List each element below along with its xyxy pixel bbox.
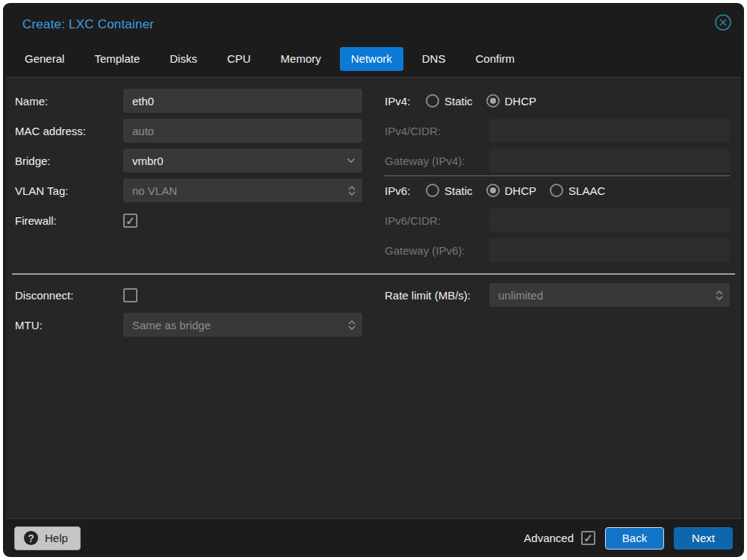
radio-unselected-icon [426, 94, 439, 108]
wizard-tabs: General Template Disks CPU Memory Networ… [13, 47, 533, 71]
disconnect-row: Disconnect: [15, 283, 362, 307]
radio-selected-icon [486, 94, 500, 108]
advanced-checkbox[interactable]: ✓ [581, 531, 595, 545]
mtu-label: MTU: [15, 319, 123, 332]
left-column: Name: eth0 MAC address: auto Bridge: vmb… [15, 89, 362, 238]
ipv6-cidr-row: IPv6/CIDR: [385, 208, 730, 232]
ipv4-static-label: Static [444, 95, 473, 108]
mac-placeholder: auto [132, 125, 154, 137]
rate-limit-label: Rate limit (MB/s): [385, 289, 489, 302]
name-label: Name: [15, 95, 123, 108]
tab-network[interactable]: Network [340, 47, 403, 71]
right-column: IPv4: Static DHCP IPv4/CIDR: Gatewa [385, 89, 730, 268]
tab-dns[interactable]: DNS [411, 47, 457, 71]
gateway-ipv4-input [489, 149, 730, 172]
dialog-footer: ? Help Advanced ✓ Back Next [3, 519, 744, 557]
gateway-ipv4-row: Gateway (IPv4): [385, 149, 730, 172]
ipv4-static-option[interactable]: Static [426, 94, 473, 108]
gateway-ipv6-row: Gateway (IPv6): [385, 238, 730, 262]
disconnect-label: Disconnect: [15, 289, 123, 302]
rate-limit-spinner-input[interactable]: unlimited [489, 283, 730, 307]
ipv6-dhcp-label: DHCP [505, 184, 537, 197]
tab-memory[interactable]: Memory [270, 47, 332, 71]
next-button[interactable]: Next [674, 527, 733, 550]
spinner-up-down-icon[interactable] [348, 313, 356, 337]
firewall-label: Firewall: [15, 214, 123, 227]
gateway-ipv4-label: Gateway (IPv4): [385, 155, 489, 167]
ipv6-cidr-input [489, 208, 730, 232]
mac-row: MAC address: auto [15, 119, 362, 143]
ipv6-dhcp-option[interactable]: DHCP [486, 184, 537, 197]
back-button[interactable]: Back [605, 527, 664, 550]
ipv4-ipv6-separator [385, 175, 730, 176]
ipv4-dhcp-label: DHCP [505, 95, 537, 108]
create-lxc-container-dialog: Create: LXC Container General Template D… [3, 3, 744, 557]
tab-general[interactable]: General [13, 47, 75, 71]
ipv4-mode-row: IPv4: Static DHCP [385, 89, 730, 113]
close-icon [714, 13, 732, 31]
vlan-placeholder: no VLAN [132, 184, 177, 197]
tab-disks[interactable]: Disks [158, 47, 208, 71]
question-mark-icon: ? [24, 531, 38, 545]
tab-cpu[interactable]: CPU [216, 47, 262, 71]
firewall-checkbox[interactable]: ✓ [123, 214, 137, 228]
ipv4-cidr-input [489, 119, 730, 143]
advanced-right-column: Rate limit (MB/s): unlimited [385, 283, 730, 313]
help-button-label: Help [45, 532, 68, 544]
spinner-up-down-icon[interactable] [348, 178, 356, 202]
network-form-panel: Name: eth0 MAC address: auto Bridge: vmb… [6, 77, 741, 519]
mac-label: MAC address: [15, 125, 123, 137]
help-button[interactable]: ? Help [14, 526, 81, 550]
ipv6-mode-row: IPv6: Static DHCP SLAAC [385, 178, 730, 202]
radio-unselected-icon [550, 184, 563, 197]
disconnect-checkbox[interactable] [123, 288, 137, 302]
radio-selected-icon [486, 184, 500, 197]
ipv6-slaac-label: SLAAC [568, 184, 605, 197]
tab-template[interactable]: Template [83, 47, 151, 71]
dialog-title: Create: LXC Container [22, 17, 154, 32]
close-button[interactable] [714, 13, 732, 31]
radio-unselected-icon [426, 184, 439, 197]
rate-limit-placeholder: unlimited [498, 289, 543, 302]
mac-input[interactable]: auto [123, 119, 362, 143]
gateway-ipv6-input [489, 238, 730, 262]
mtu-spinner-input[interactable]: Same as bridge [123, 313, 362, 337]
mtu-row: MTU: Same as bridge [15, 313, 362, 337]
vlan-row: VLAN Tag: no VLAN [15, 178, 362, 202]
ipv6-label: IPv6: [385, 184, 426, 197]
vlan-spinner-input[interactable]: no VLAN [123, 178, 362, 202]
tab-confirm[interactable]: Confirm [464, 47, 526, 71]
vlan-label: VLAN Tag: [15, 184, 123, 197]
name-row: Name: eth0 [15, 89, 362, 113]
rate-limit-row: Rate limit (MB/s): unlimited [385, 283, 730, 307]
advanced-section-separator [12, 273, 735, 275]
advanced-label: Advanced [524, 532, 574, 544]
spinner-up-down-icon[interactable] [716, 283, 723, 307]
ipv6-static-label: Static [444, 184, 473, 197]
ipv4-label: IPv4: [385, 95, 426, 108]
mtu-placeholder: Same as bridge [132, 319, 211, 332]
bridge-combobox[interactable]: vmbr0 [123, 149, 362, 172]
ipv4-cidr-row: IPv4/CIDR: [385, 119, 730, 143]
ipv6-radio-group: Static DHCP SLAAC [426, 184, 605, 197]
footer-actions: Advanced ✓ Back Next [524, 527, 733, 550]
firewall-row: Firewall: ✓ [15, 208, 362, 232]
bridge-row: Bridge: vmbr0 [15, 149, 362, 172]
bridge-label: Bridge: [15, 155, 123, 167]
advanced-left-column: Disconnect: MTU: Same as bridge [15, 283, 362, 343]
ipv4-dhcp-option[interactable]: DHCP [486, 94, 537, 108]
name-input[interactable]: eth0 [123, 89, 362, 113]
gateway-ipv6-label: Gateway (IPv6): [385, 244, 489, 257]
ipv4-radio-group: Static DHCP [426, 94, 536, 108]
ipv6-static-option[interactable]: Static [426, 184, 473, 197]
bridge-value: vmbr0 [132, 155, 164, 167]
ipv6-cidr-label: IPv6/CIDR: [385, 214, 489, 227]
chevron-down-icon[interactable] [347, 149, 356, 172]
ipv6-slaac-option[interactable]: SLAAC [550, 184, 605, 197]
name-value: eth0 [132, 95, 154, 108]
ipv4-cidr-label: IPv4/CIDR: [385, 125, 489, 137]
